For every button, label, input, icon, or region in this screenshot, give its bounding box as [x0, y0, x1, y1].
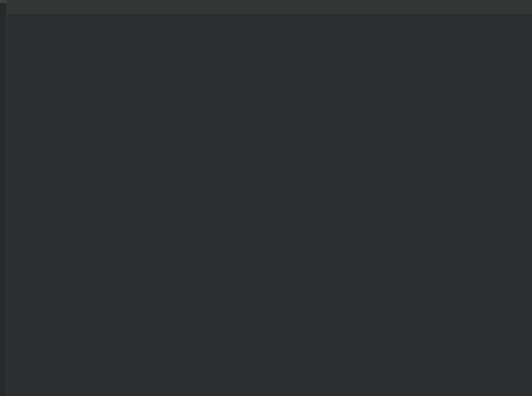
caret-line-highlight: [7, 0, 532, 14]
ide-editor-window: [0, 0, 532, 396]
editor-gutter: [0, 3, 7, 396]
